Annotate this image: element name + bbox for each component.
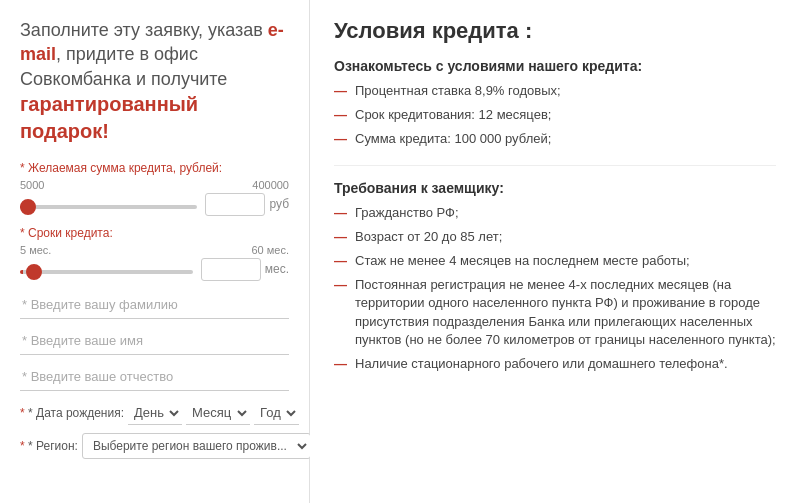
amount-slider[interactable] (20, 205, 197, 209)
region-select[interactable]: Выберите регион вашего прожив... (82, 433, 311, 459)
term-label: * Сроки кредита: (20, 226, 289, 240)
amount-label: * Желаемая сумма кредита, рублей: (20, 161, 289, 175)
region-row: * * Регион: Выберите регион вашего прожи… (20, 433, 289, 459)
divider (334, 165, 776, 166)
left-panel: Заполните эту заявку, указав e-mail, при… (0, 0, 310, 503)
amount-min-label: 5000 (20, 179, 44, 191)
amount-label-text: * Желаемая сумма кредита, рублей: (20, 161, 222, 175)
amount-unit: руб (269, 197, 289, 211)
dob-label: * * Дата рождения: (20, 406, 124, 420)
patronymic-field-wrapper (20, 363, 289, 393)
requirement-item: Возраст от 20 до 85 лет; (334, 228, 776, 246)
name-input[interactable] (20, 327, 289, 355)
requirement-item: Гражданство РФ; (334, 204, 776, 222)
amount-range-labels: 5000 400000 (20, 179, 289, 191)
dob-year-select[interactable]: Год (254, 401, 299, 425)
region-label: * * Регион: (20, 439, 78, 453)
term-label-text: * Сроки кредита: (20, 226, 113, 240)
amount-slider-wrapper (20, 196, 197, 212)
term-max-label: 60 мес. (251, 244, 289, 256)
patronymic-input[interactable] (20, 363, 289, 391)
headline-bold: гарантированный подарок! (20, 93, 198, 142)
section1-title: Ознакомьтесь с условиями нашего кредита: (334, 58, 776, 74)
term-slider-row: 7 мес. (20, 258, 289, 281)
amount-input[interactable]: 5000 (205, 193, 265, 216)
right-title: Условия кредита : (334, 18, 776, 44)
surname-input[interactable] (20, 291, 289, 319)
main-container: Заполните эту заявку, указав e-mail, при… (0, 0, 800, 503)
term-unit: мес. (265, 262, 289, 276)
headline: Заполните эту заявку, указав e-mail, при… (20, 18, 289, 145)
condition-item: Сумма кредита: 100 000 рублей; (334, 130, 776, 148)
dob-day-select[interactable]: День (128, 401, 182, 425)
requirement-item: Стаж не менее 4 месяцев на последнем мес… (334, 252, 776, 270)
requirement-item: Наличие стационарного рабочего или домаш… (334, 355, 776, 373)
conditions-list: Процентная ставка 8,9% годовых;Срок кред… (334, 82, 776, 149)
term-min-label: 5 мес. (20, 244, 51, 256)
dob-row: * * Дата рождения: День Месяц Год (20, 401, 289, 425)
term-range-labels: 5 мес. 60 мес. (20, 244, 289, 256)
dob-month-select[interactable]: Месяц (186, 401, 250, 425)
headline-part1: Заполните эту заявку, указав (20, 20, 268, 40)
amount-max-label: 400000 (252, 179, 289, 191)
requirements-list: Гражданство РФ;Возраст от 20 до 85 лет;С… (334, 204, 776, 374)
surname-field-wrapper (20, 291, 289, 321)
requirement-item: Постоянная регистрация не менее 4-х посл… (334, 276, 776, 349)
name-field-wrapper (20, 327, 289, 357)
right-panel: Условия кредита : Ознакомьтесь с условия… (310, 0, 800, 503)
condition-item: Процентная ставка 8,9% годовых; (334, 82, 776, 100)
section2-title: Требования к заемщику: (334, 180, 776, 196)
amount-slider-row: 5000 руб (20, 193, 289, 216)
term-input[interactable]: 7 (201, 258, 261, 281)
condition-item: Срок кредитования: 12 месяцев; (334, 106, 776, 124)
term-value-box: 7 мес. (201, 258, 289, 281)
term-slider-wrapper (20, 261, 193, 277)
term-slider[interactable] (20, 270, 193, 274)
amount-value-box: 5000 руб (205, 193, 289, 216)
